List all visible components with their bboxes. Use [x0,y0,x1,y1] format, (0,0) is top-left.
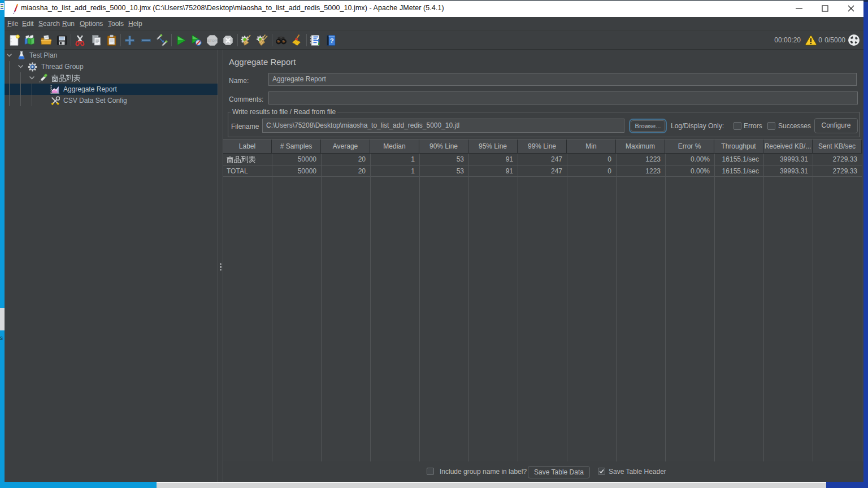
svg-text:STOP: STOP [207,38,217,42]
svg-text:?: ? [330,37,334,44]
